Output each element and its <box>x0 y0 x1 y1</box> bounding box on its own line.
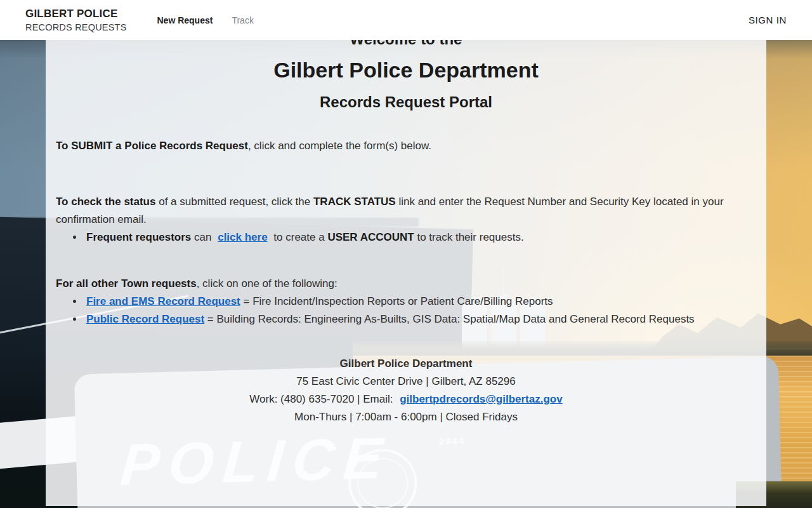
frequent-mid2: to create a <box>271 231 328 243</box>
footer-hours: Mon-Thurs | 7:00am - 6:00pm | Closed Fri… <box>56 408 756 426</box>
fire-ems-request-link[interactable]: Fire and EMS Record Request <box>86 295 240 307</box>
frequent-bold: Frequent requestors <box>86 231 191 243</box>
user-account-bold: USER ACCOUNT <box>327 231 414 243</box>
fire-ems-description: = Fire Incident/Inspection Reports or Pa… <box>240 295 553 307</box>
submit-instructions-rest: , click and complete the form(s) below. <box>248 140 431 152</box>
public-record-description: = Building Records: Engineering As-Built… <box>204 313 695 325</box>
primary-nav: New Request Track <box>157 15 254 25</box>
status-bold: To check the status <box>56 196 155 208</box>
sign-in-button[interactable]: SIGN IN <box>749 15 787 25</box>
frequent-rest: to track their requests. <box>414 231 524 243</box>
click-here-link[interactable]: click here <box>218 231 267 243</box>
other-requests-rest: , click on one of the following: <box>197 277 337 290</box>
nav-item-new-request[interactable]: New Request <box>157 15 213 25</box>
logo-subtitle: RECORDS REQUESTS <box>25 22 127 33</box>
frequent-requestors-item: Frequent requestors can click here to cr… <box>84 229 756 246</box>
frequent-requestors-list: Frequent requestors can click here to cr… <box>56 229 756 246</box>
top-navigation-bar: GILBERT POLICE RECORDS REQUESTS New Requ… <box>0 0 812 40</box>
logo-title: GILBERT POLICE <box>25 7 127 20</box>
site-logo[interactable]: GILBERT POLICE RECORDS REQUESTS <box>25 7 127 33</box>
footer-contact-line: Work: (480) 635-7020 | Email: gilbertpdr… <box>56 391 756 408</box>
portal-subtitle: Records Request Portal <box>56 93 756 111</box>
public-record-item: Public Record Request = Building Records… <box>84 311 756 328</box>
status-instructions: To check the status of a submitted reque… <box>56 193 756 229</box>
track-status-bold: TRACK STATUS <box>313 196 396 208</box>
welcome-card: Welcome to the Gilbert Police Department… <box>46 16 766 506</box>
other-requests-bold: For all other Town requests <box>56 277 197 290</box>
submit-instructions-bold: To SUBMIT a Police Records Request <box>56 140 248 152</box>
contact-footer: Gilbert Police Department 75 East Civic … <box>56 355 756 426</box>
submit-instructions: To SUBMIT a Police Records Request, clic… <box>56 137 756 155</box>
public-record-request-link[interactable]: Public Record Request <box>86 313 204 325</box>
other-requests-list: Fire and EMS Record Request = Fire Incid… <box>56 293 756 328</box>
footer-department-name: Gilbert Police Department <box>56 355 756 373</box>
footer-address: 75 East Civic Center Drive | Gilbert, AZ… <box>56 373 756 391</box>
department-title: Gilbert Police Department <box>56 58 756 83</box>
nav-item-track[interactable]: Track <box>232 15 253 25</box>
other-requests-intro: For all other Town requests, click on on… <box>56 275 756 293</box>
status-mid: of a submitted request, click the <box>155 196 313 208</box>
records-email-link[interactable]: gilbertpdrecords@gilbertaz.gov <box>400 393 563 405</box>
frequent-mid1: can <box>191 231 214 243</box>
footer-contact-prefix: Work: (480) 635-7020 | Email: <box>249 393 396 405</box>
fire-ems-item: Fire and EMS Record Request = Fire Incid… <box>84 293 756 311</box>
